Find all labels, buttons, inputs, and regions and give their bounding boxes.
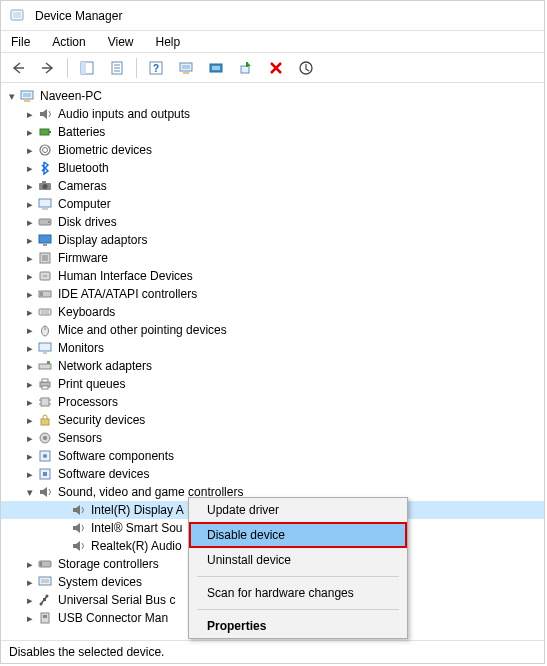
tree-category-battery[interactable]: ▸Batteries (1, 123, 544, 141)
expand-icon[interactable]: ▸ (23, 144, 37, 157)
tree-category-softdev[interactable]: ▸Software devices (1, 465, 544, 483)
expand-icon[interactable]: ▸ (23, 594, 37, 607)
scan-hardware-button[interactable] (175, 57, 197, 79)
print-icon (37, 376, 53, 392)
disable-device-button[interactable] (265, 57, 287, 79)
menu-action[interactable]: Action (48, 33, 89, 51)
expand-icon[interactable]: ▸ (23, 288, 37, 301)
tree-category-bluetooth[interactable]: ▸Bluetooth (1, 159, 544, 177)
expand-icon[interactable]: ▸ (23, 180, 37, 193)
firmware-icon (37, 250, 53, 266)
bluetooth-icon (37, 160, 53, 176)
svg-rect-28 (39, 199, 51, 207)
tree-category-sensor[interactable]: ▸Sensors (1, 429, 544, 447)
expand-icon[interactable]: ▸ (23, 252, 37, 265)
tree-category-mouse[interactable]: ▸Mice and other pointing devices (1, 321, 544, 339)
menu-file[interactable]: File (7, 33, 34, 51)
expand-icon[interactable]: ▸ (23, 216, 37, 229)
collapse-icon[interactable]: ▾ (23, 486, 37, 499)
expand-icon[interactable]: ▸ (23, 324, 37, 337)
svg-point-31 (48, 221, 50, 223)
svg-rect-70 (43, 598, 46, 601)
expand-icon[interactable]: ▸ (23, 126, 37, 139)
context-menu-item[interactable]: Update driver (189, 498, 407, 522)
tree-category-ide[interactable]: ▸IDE ATA/ATAPI controllers (1, 285, 544, 303)
expand-icon[interactable]: ▸ (23, 432, 37, 445)
tree-category-disk[interactable]: ▸Disk drives (1, 213, 544, 231)
help-button[interactable]: ? (145, 57, 167, 79)
svg-point-24 (43, 148, 48, 153)
tree-item-label: Human Interface Devices (57, 269, 193, 283)
tree-item-label: Display adaptors (57, 233, 147, 247)
tree-category-print[interactable]: ▸Print queues (1, 375, 544, 393)
back-button[interactable] (7, 57, 29, 79)
audio-icon (70, 520, 86, 536)
audio-icon (70, 538, 86, 554)
expand-icon[interactable]: ▸ (23, 450, 37, 463)
properties-button[interactable] (106, 57, 128, 79)
expand-icon[interactable]: ▸ (23, 342, 37, 355)
hid-icon (37, 268, 53, 284)
tree-category-softcomp[interactable]: ▸Software components (1, 447, 544, 465)
expand-icon[interactable]: ▸ (23, 360, 37, 373)
tree-category-keyboard[interactable]: ▸Keyboards (1, 303, 544, 321)
tree-item-label: USB Connector Man (57, 611, 168, 625)
toolbar: ? (1, 53, 544, 83)
menu-help[interactable]: Help (152, 33, 185, 51)
context-menu-item[interactable]: Disable device (189, 522, 407, 548)
expand-icon[interactable]: ▸ (23, 306, 37, 319)
tree-category-hid[interactable]: ▸Human Interface Devices (1, 267, 544, 285)
forward-button[interactable] (37, 57, 59, 79)
tree-item-label: IDE ATA/ATAPI controllers (57, 287, 197, 301)
softcomp-icon (37, 448, 53, 464)
context-menu-item[interactable]: Properties (189, 614, 407, 638)
tree-category-cpu[interactable]: ▸Processors (1, 393, 544, 411)
expand-icon[interactable]: ▸ (23, 396, 37, 409)
uninstall-device-button[interactable] (295, 57, 317, 79)
svg-rect-12 (183, 72, 189, 74)
update-driver-button[interactable] (205, 57, 227, 79)
collapse-icon[interactable]: ▾ (5, 90, 19, 103)
menu-view[interactable]: View (104, 33, 138, 51)
tree-item-label: Cameras (57, 179, 107, 193)
expand-icon[interactable]: ▸ (23, 576, 37, 589)
tree-item-label: Mice and other pointing devices (57, 323, 227, 337)
tree-category-audio[interactable]: ▸Audio inputs and outputs (1, 105, 544, 123)
context-menu-item[interactable]: Scan for hardware changes (189, 581, 407, 605)
tree-item-label: Bluetooth (57, 161, 109, 175)
expand-icon[interactable]: ▸ (23, 162, 37, 175)
expand-icon[interactable]: ▸ (23, 270, 37, 283)
tree-category-security[interactable]: ▸Security devices (1, 411, 544, 429)
expand-icon[interactable]: ▸ (23, 468, 37, 481)
show-hide-console-button[interactable] (76, 57, 98, 79)
context-menu-item[interactable]: Uninstall device (189, 548, 407, 572)
expand-icon[interactable]: ▸ (23, 558, 37, 571)
tree-item-label: Intel® Smart Sou (90, 521, 183, 535)
tree-root[interactable]: ▾Naveen-PC (1, 87, 544, 105)
expand-icon[interactable]: ▸ (23, 234, 37, 247)
svg-rect-32 (39, 235, 51, 243)
window-title: Device Manager (35, 9, 122, 23)
tree-category-firmware[interactable]: ▸Firmware (1, 249, 544, 267)
expand-icon[interactable]: ▸ (23, 414, 37, 427)
expand-icon[interactable]: ▸ (23, 612, 37, 625)
enable-device-button[interactable] (235, 57, 257, 79)
svg-point-23 (40, 145, 50, 155)
expand-icon[interactable]: ▸ (23, 378, 37, 391)
expand-icon[interactable]: ▸ (23, 198, 37, 211)
tree-item-label: Intel(R) Display A (90, 503, 184, 517)
tree-category-display[interactable]: ▸Display adaptors (1, 231, 544, 249)
tree-item-label: Software devices (57, 467, 149, 481)
svg-rect-35 (42, 255, 48, 261)
tree-category-biometric[interactable]: ▸Biometric devices (1, 141, 544, 159)
tree-category-camera[interactable]: ▸Cameras (1, 177, 544, 195)
svg-rect-48 (47, 361, 50, 364)
svg-rect-29 (42, 208, 48, 210)
tree-category-network[interactable]: ▸Network adapters (1, 357, 544, 375)
usbconn-icon (37, 610, 53, 626)
tree-category-computer[interactable]: ▸Computer (1, 195, 544, 213)
tree-item-label: Disk drives (57, 215, 117, 229)
tree-category-monitor[interactable]: ▸Monitors (1, 339, 544, 357)
computer-root-icon (19, 88, 35, 104)
expand-icon[interactable]: ▸ (23, 108, 37, 121)
